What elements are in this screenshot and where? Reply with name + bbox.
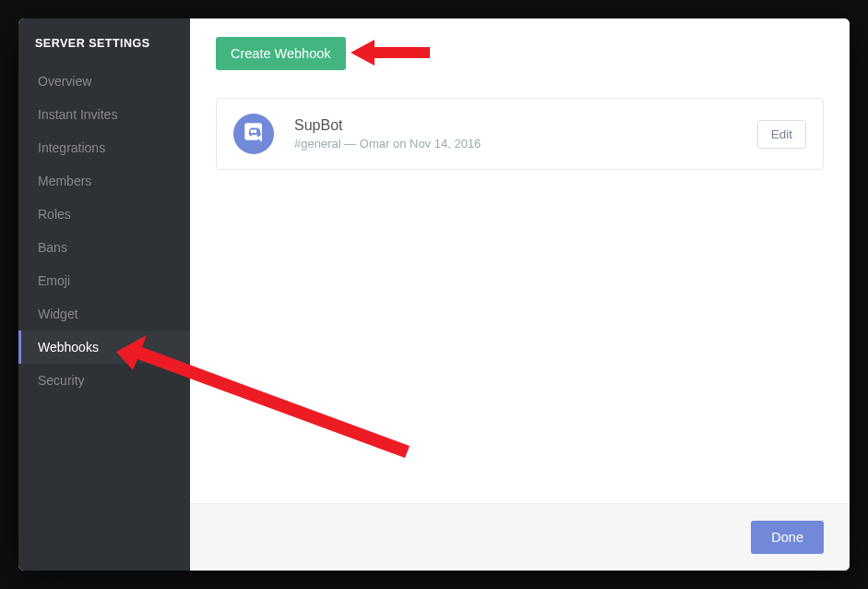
sidebar-item-label: Integrations	[38, 140, 105, 155]
webhook-card: SupBot #general — Omar on Nov 14, 2016 E…	[216, 98, 824, 170]
webhook-avatar	[233, 114, 274, 154]
sidebar-item-label: Bans	[38, 240, 67, 255]
sidebar-item-widget[interactable]: Widget	[18, 297, 190, 331]
sidebar-item-label: Security	[38, 373, 85, 388]
discord-icon	[242, 120, 266, 148]
sidebar-item-label: Widget	[38, 307, 78, 321]
sidebar-item-members[interactable]: Members	[18, 164, 190, 198]
webhook-meta: #general — Omar on Nov 14, 2016	[294, 137, 757, 150]
sidebar-item-label: Webhooks	[38, 340, 99, 355]
sidebar-item-label: Instant Invites	[38, 107, 117, 122]
sidebar-title: SERVER SETTINGS	[18, 37, 190, 65]
sidebar-item-label: Members	[38, 174, 91, 188]
webhook-info: SupBot #general — Omar on Nov 14, 2016	[294, 117, 757, 150]
sidebar-item-label: Roles	[38, 207, 71, 222]
create-webhook-button[interactable]: Create Webhook	[216, 37, 346, 70]
done-button[interactable]: Done	[751, 521, 824, 554]
sidebar-item-bans[interactable]: Bans	[18, 231, 190, 264]
webhook-name: SupBot	[294, 117, 757, 134]
content-area: Create Webhook SupBot #general — Omar on…	[190, 18, 850, 503]
sidebar-item-instant-invites[interactable]: Instant Invites	[18, 98, 190, 131]
sidebar-item-label: Emoji	[38, 273, 70, 288]
sidebar-item-overview[interactable]: Overview	[18, 65, 190, 98]
sidebar-item-emoji[interactable]: Emoji	[18, 264, 190, 297]
sidebar-item-security[interactable]: Security	[18, 364, 190, 397]
sidebar-item-label: Overview	[38, 74, 91, 89]
sidebar-item-roles[interactable]: Roles	[18, 198, 190, 231]
main-panel: Create Webhook SupBot #general — Omar on…	[190, 18, 850, 571]
sidebar: SERVER SETTINGS Overview Instant Invites…	[18, 18, 190, 571]
settings-modal: SERVER SETTINGS Overview Instant Invites…	[18, 18, 850, 571]
edit-webhook-button[interactable]: Edit	[757, 120, 806, 149]
sidebar-item-integrations[interactable]: Integrations	[18, 131, 190, 164]
footer: Done	[190, 503, 850, 571]
sidebar-item-webhooks[interactable]: Webhooks	[18, 331, 190, 364]
